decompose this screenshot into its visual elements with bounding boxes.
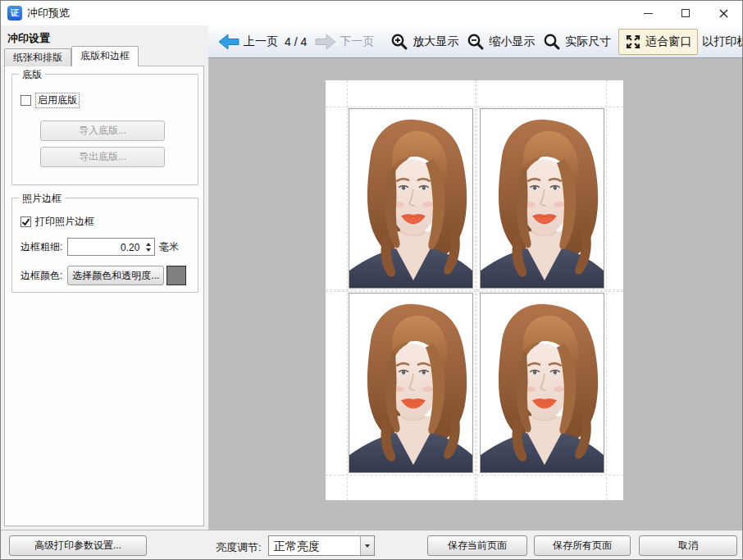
border-color-label: 边框颜色: (21, 269, 62, 283)
actual-size-button[interactable]: 实际尺寸 (539, 30, 615, 53)
border-thickness-spinbox[interactable]: 0.20 (67, 238, 155, 256)
close-button[interactable] (704, 1, 742, 25)
preview-area[interactable] (208, 58, 743, 530)
spin-down-icon[interactable] (146, 248, 151, 252)
portrait-image (481, 109, 604, 288)
border-color-row: 边框颜色: 选择颜色和透明度... (21, 266, 186, 285)
zoom-in-button[interactable]: 放大显示 (386, 30, 463, 53)
tab-page-base-border: 底版 启用底版 导入底版... 导出底版... 照片边框 打印照片边框 边框粗细 (4, 66, 204, 526)
page-indicator: 4 / 4 (285, 35, 307, 48)
preview-page (326, 80, 623, 500)
cut-line (476, 80, 477, 500)
fit-window-label: 适合窗口 (645, 34, 691, 49)
photo-border-group-title: 照片边框 (19, 192, 65, 206)
brightness-value: 正常亮度 (269, 536, 360, 555)
cancel-button[interactable]: 取消 (639, 535, 737, 556)
zoom-out-icon (467, 33, 485, 51)
portrait-image (349, 294, 472, 472)
close-icon (719, 9, 728, 18)
portrait-image (349, 109, 472, 288)
cut-line (606, 80, 607, 500)
export-base-button[interactable]: 导出底版... (40, 147, 165, 167)
actual-size-label: 实际尺寸 (565, 34, 611, 49)
tab-base-border[interactable]: 底版和边框 (71, 46, 139, 66)
next-arrow-icon (315, 34, 335, 50)
spin-buttons[interactable] (142, 239, 154, 255)
print-border-label: 打印照片边框 (35, 215, 94, 229)
print-border-checkbox-row[interactable]: 打印照片边框 (21, 215, 94, 229)
prev-page-label: 上一页 (244, 34, 278, 49)
zoom-out-button[interactable]: 缩小显示 (463, 30, 539, 53)
dropdown-caret-icon (365, 544, 370, 548)
cut-line (326, 107, 623, 107)
maximize-icon (681, 9, 690, 17)
sidebar-header: 冲印设置 (7, 31, 50, 46)
tab-paper-layout[interactable]: 纸张和排版 (4, 48, 71, 66)
minimize-button[interactable] (629, 1, 667, 25)
window-controls (629, 1, 742, 25)
print-border-checkbox[interactable] (21, 216, 31, 227)
photo-border-group: 照片边框 打印照片边框 边框粗细: 0.20 (11, 198, 198, 293)
preview-photo (349, 108, 473, 289)
combobox-arrow-button[interactable] (360, 536, 374, 555)
color-swatch[interactable] (166, 266, 186, 285)
cut-line (475, 80, 476, 500)
fit-window-icon (625, 34, 641, 50)
settings-tabbar: 纸张和排版 底版和边框 (4, 46, 139, 66)
cut-line (326, 475, 623, 476)
titlebar: 证 冲印预览 (1, 1, 742, 25)
preview-photo (480, 293, 604, 473)
base-plate-group: 底版 启用底版 导入底版... 导出底版... (11, 74, 198, 185)
prev-page-button[interactable]: 上一页 4 / 4 (215, 31, 311, 52)
zoom-in-label: 放大显示 (413, 34, 458, 49)
prev-arrow-icon (219, 34, 239, 50)
enable-base-checkbox[interactable] (21, 95, 31, 106)
border-thickness-unit: 毫米 (159, 240, 179, 254)
advanced-print-settings-button[interactable]: 高级打印参数设置... (9, 535, 147, 556)
spin-up-icon[interactable] (146, 243, 151, 246)
printer-resolution-preview-label: 以打印机分辨率预览 (702, 34, 743, 49)
base-plate-group-title: 底版 (19, 68, 45, 82)
check-icon (21, 217, 30, 226)
border-thickness-row: 边框粗细: 0.20 毫米 (21, 238, 179, 256)
window-title: 冲印预览 (27, 6, 70, 20)
bottom-bar: 高级打印参数设置... 亮度调节: 正常亮度 保存当前页面 保存所有页面 取消 (1, 530, 743, 560)
preview-toolbar: 上一页 4 / 4 下一页 放大显示 缩小显示 (208, 25, 743, 58)
brightness-combobox[interactable]: 正常亮度 (268, 535, 375, 556)
save-all-pages-button[interactable]: 保存所有页面 (534, 535, 631, 556)
choose-color-button[interactable]: 选择颜色和透明度... (67, 266, 164, 285)
enable-base-label: 启用底版 (35, 93, 80, 108)
printer-resolution-preview-button[interactable]: 以打印机分辨率预览 (698, 32, 743, 52)
fit-window-button[interactable]: 适合窗口 (618, 29, 698, 55)
print-preview-window: 证 冲印预览 冲印设置 纸张和排版 底版和边框 底版 启用底版 导入底版... (0, 0, 743, 560)
zoom-out-label: 缩小显示 (489, 34, 535, 49)
portrait-image (481, 294, 604, 472)
save-current-page-button[interactable]: 保存当前页面 (427, 535, 527, 556)
next-page-button[interactable]: 下一页 (311, 31, 378, 52)
maximize-button[interactable] (667, 1, 704, 25)
app-icon: 证 (7, 6, 22, 20)
cut-line (326, 291, 623, 292)
next-page-label: 下一页 (340, 34, 374, 49)
border-thickness-label: 边框粗细: (21, 240, 62, 254)
border-thickness-value[interactable]: 0.20 (68, 239, 142, 255)
settings-sidebar: 冲印设置 纸张和排版 底版和边框 底版 启用底版 导入底版... 导出底版...… (1, 25, 208, 530)
import-base-button[interactable]: 导入底版... (40, 121, 165, 141)
cut-line (347, 80, 348, 500)
cut-line (326, 289, 623, 290)
zoom-in-icon (390, 33, 408, 51)
enable-base-checkbox-row[interactable]: 启用底版 (21, 93, 80, 108)
actual-size-icon (543, 33, 561, 51)
preview-photo (349, 293, 473, 473)
brightness-label: 亮度调节: (216, 540, 262, 555)
preview-photo (480, 108, 604, 289)
minimize-icon (644, 13, 653, 14)
